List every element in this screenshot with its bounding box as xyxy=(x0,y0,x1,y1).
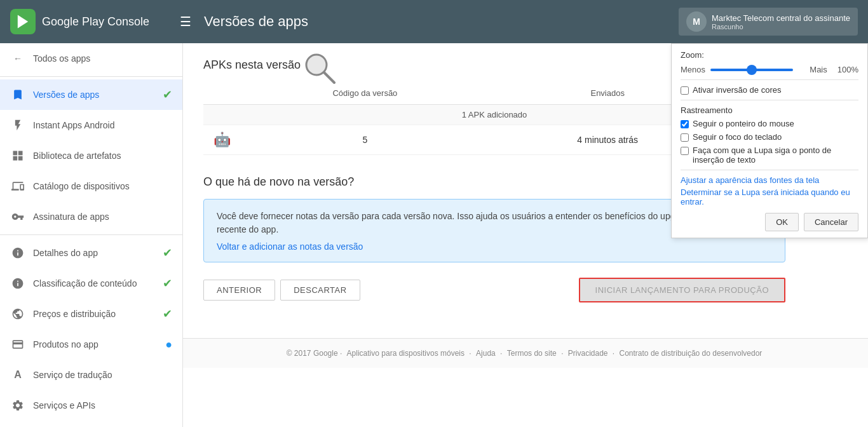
footer-sep: · xyxy=(469,349,473,358)
zoom-popup: Zoom: Menos Mais 100% Ativar inversão de… xyxy=(671,43,868,238)
apk-icon-cell: 🤖 xyxy=(203,125,241,155)
zoom-ok-button[interactable]: OK xyxy=(765,213,799,231)
top-bar: Google Play Console ☰ Versões de apps M … xyxy=(0,0,868,43)
zoom-menos-label: Menos xyxy=(681,65,705,74)
sidebar-label: Classificação de conteúdo xyxy=(33,278,137,288)
inversao-row: Ativar inversão de cores xyxy=(681,85,858,95)
zoom-mais-label: Mais xyxy=(810,65,827,74)
avatar: M xyxy=(686,11,707,32)
check-icon: ✔ xyxy=(163,307,172,321)
api-icon xyxy=(10,398,25,413)
footer-sep: · xyxy=(500,349,505,358)
alert-icon: ● xyxy=(165,338,172,351)
foco-checkbox[interactable] xyxy=(681,133,689,142)
col-codigo: Código da versão xyxy=(241,82,489,105)
sidebar-item-todos-os-apps[interactable]: ← Todos os apps xyxy=(0,43,182,74)
footer-sep: · xyxy=(340,349,344,358)
ponteiro-row: Seguir o ponteiro do mouse xyxy=(681,119,858,128)
action-bar: ANTERIOR DESCARTAR INICIAR LANÇAMENTO PA… xyxy=(203,278,785,323)
footer-link-5[interactable]: Contrato de distribuição do desenvolvedo… xyxy=(620,349,763,358)
sidebar-label: Serviço de tradução xyxy=(33,370,112,380)
zoom-percent: 100% xyxy=(837,65,858,74)
page-title-area: ☰ Versões de apps xyxy=(180,13,679,30)
sidebar-label: Detalhes do app xyxy=(33,248,98,258)
lancamento-button[interactable]: INICIAR LANÇAMENTO PARA PRODUÇÃO xyxy=(579,278,785,302)
sidebar-item-produtos[interactable]: Produtos no app ● xyxy=(0,329,182,360)
globe-icon xyxy=(10,306,25,322)
sidebar-label: Versões de apps xyxy=(33,90,99,100)
hamburger-icon[interactable]: ☰ xyxy=(180,14,191,29)
sidebar-item-versoes-de-apps[interactable]: Versões de apps ✔ xyxy=(0,79,182,110)
footer-sep: · xyxy=(561,349,566,358)
apk-version: 5 xyxy=(241,125,489,155)
sidebar-item-biblioteca[interactable]: Biblioteca de artefatos xyxy=(0,140,182,171)
card-icon xyxy=(10,337,25,352)
aparencia-link[interactable]: Ajustar a aparência das fontes da tela xyxy=(681,175,858,185)
logo-icon xyxy=(10,9,36,34)
info-link[interactable]: Voltar e adicionar as notas da versão xyxy=(217,241,772,252)
account-info: Marktec Telecom central do assinante Ras… xyxy=(712,13,850,30)
top-bar-right: M Marktec Telecom central do assinante R… xyxy=(679,8,858,36)
flash-icon xyxy=(10,118,25,133)
ponteiro-checkbox[interactable] xyxy=(681,120,689,128)
footer-link-4[interactable]: Privacidade xyxy=(568,349,608,358)
android-icon: 🤖 xyxy=(214,132,231,147)
zoom-slider[interactable] xyxy=(710,69,793,71)
zoom-title: Zoom: xyxy=(681,50,858,60)
footer: © 2017 Google · Aplicativo para disposit… xyxy=(183,338,868,368)
lupa-checkbox[interactable] xyxy=(681,147,689,155)
logo: Google Play Console xyxy=(10,9,149,34)
account-chip[interactable]: M Marktec Telecom central do assinante R… xyxy=(679,8,858,36)
sidebar-item-classificacao[interactable]: Classificação de conteúdo ✔ xyxy=(0,268,182,299)
sidebar-item-servicos[interactable]: Serviços e APIs xyxy=(0,390,182,421)
sidebar-item-precos[interactable]: Preços e distribuição ✔ xyxy=(0,299,182,329)
descartar-button[interactable]: DESCARTAR xyxy=(280,280,360,301)
sidebar-item-catalogo[interactable]: Catálogo de dispositivos xyxy=(0,171,182,201)
zoom-row: Menos Mais 100% xyxy=(681,65,858,74)
account-sub: Rascunho xyxy=(712,23,850,30)
back-icon: ← xyxy=(10,51,25,66)
sidebar-label: Preços e distribuição xyxy=(33,309,116,319)
account-name: Marktec Telecom central do assinante xyxy=(712,13,850,23)
zoom-cancelar-button[interactable]: Cancelar xyxy=(804,213,858,231)
grid-icon xyxy=(10,148,25,163)
check-icon: ✔ xyxy=(163,88,172,102)
sidebar-label: Biblioteca de artefatos xyxy=(33,151,121,161)
sidebar-label: Catálogo de dispositivos xyxy=(33,181,130,191)
sidebar-label: Todos os apps xyxy=(33,53,90,64)
sidebar-label: Instant Apps Android xyxy=(33,120,114,130)
check-icon: ✔ xyxy=(163,246,172,260)
lupa-label: Faça com que a Lupa siga o ponto de inse… xyxy=(693,146,858,165)
sidebar-label: Serviços e APIs xyxy=(33,400,95,410)
sidebar: ← Todos os apps Versões de apps ✔ Instan… xyxy=(0,43,183,427)
foco-row: Seguir o foco do teclado xyxy=(681,132,858,142)
footer-link-3[interactable]: Termos do site xyxy=(507,349,557,358)
info-icon xyxy=(10,245,25,261)
copyright: © 2017 Google xyxy=(287,349,338,358)
zoom-slider-container xyxy=(710,69,804,71)
zoom-popup-buttons: OK Cancelar xyxy=(681,213,858,231)
rastreamento-label: Rastreamento xyxy=(681,105,858,115)
sidebar-item-traducao[interactable]: A Serviço de tradução xyxy=(0,360,182,390)
anterior-button[interactable]: ANTERIOR xyxy=(203,280,275,301)
settings-icon xyxy=(10,276,25,291)
inversao-checkbox[interactable] xyxy=(681,86,689,95)
devices-icon xyxy=(10,179,25,194)
page-title: Versões de apps xyxy=(204,13,308,30)
svg-marker-0 xyxy=(18,15,28,29)
key-icon xyxy=(10,209,25,224)
sidebar-label: Assinatura de apps xyxy=(33,212,109,222)
inversao-label: Ativar inversão de cores xyxy=(693,85,781,95)
footer-link-1[interactable]: Aplicativo para dispositivos móveis xyxy=(347,349,465,358)
footer-link-2[interactable]: Ajuda xyxy=(476,349,496,358)
logo-text: Google Play Console xyxy=(42,15,149,29)
lupa-link[interactable]: Determinar se a Lupa será iniciada quand… xyxy=(681,187,858,207)
bookmark-icon xyxy=(10,87,25,102)
footer-sep: · xyxy=(613,349,617,358)
lupa-row: Faça com que a Lupa siga o ponto de inse… xyxy=(681,146,858,165)
sidebar-item-instant-apps[interactable]: Instant Apps Android xyxy=(0,110,182,140)
sidebar-item-assinatura[interactable]: Assinatura de apps xyxy=(0,201,182,232)
foco-label: Seguir o foco do teclado xyxy=(693,132,782,142)
sidebar-item-detalhes[interactable]: Detalhes do app ✔ xyxy=(0,238,182,268)
col-icon xyxy=(203,82,241,105)
